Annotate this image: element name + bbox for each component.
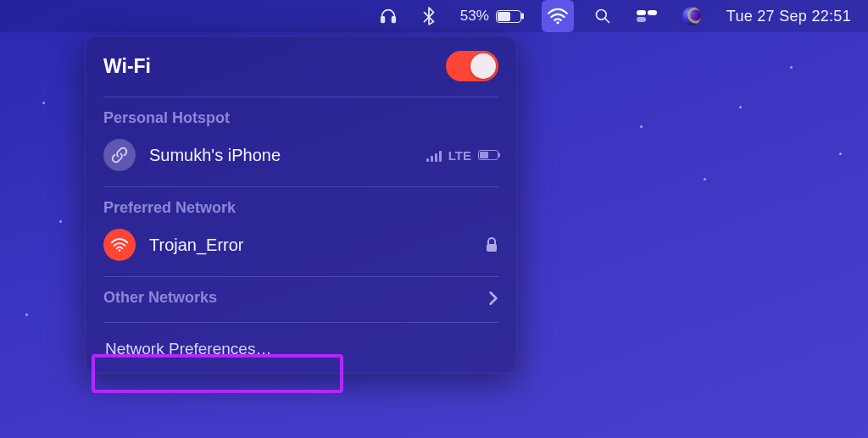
decorative-star <box>42 102 45 104</box>
spotlight-menu[interactable] <box>589 0 616 32</box>
decorative-star <box>25 313 28 316</box>
other-networks-label: Other Networks <box>103 289 217 307</box>
svg-point-2 <box>556 21 559 24</box>
search-icon <box>594 8 611 25</box>
svg-point-5 <box>119 249 120 251</box>
clock-label: Tue 27 Sep 22:51 <box>726 8 851 25</box>
chevron-wrapper <box>488 291 498 306</box>
bluetooth-menu[interactable] <box>418 0 440 32</box>
preferred-ssid: Trojan_Error <box>149 236 471 255</box>
personal-hotspot-heading: Personal Hotspot <box>103 106 498 134</box>
lock-wrapper <box>485 237 498 252</box>
wifi-icon <box>110 237 129 252</box>
divider <box>103 322 498 323</box>
network-type-label: LTE <box>448 148 471 163</box>
wifi-dropdown-panel: Wi-Fi Personal Hotspot Sumukh's iPhone L… <box>85 36 517 374</box>
svg-rect-6 <box>487 244 497 252</box>
siri-icon <box>682 7 701 25</box>
toggle-knob <box>470 53 496 79</box>
menubar: 53% Tue 27 Sep 22:51 <box>0 0 868 32</box>
wifi-toggle[interactable] <box>446 51 498 81</box>
control-center-menu[interactable] <box>632 0 662 32</box>
hotspot-circle <box>103 139 136 171</box>
decorative-star <box>790 66 793 69</box>
battery-menu[interactable]: 53% <box>455 0 526 32</box>
siri-menu[interactable] <box>677 0 706 32</box>
divider <box>103 186 498 187</box>
battery-icon <box>496 10 521 23</box>
hotspot-device-name: Sumukh's iPhone <box>149 146 413 165</box>
bluetooth-icon <box>423 7 435 25</box>
decorative-star <box>839 152 842 155</box>
preferred-network-row[interactable]: Trojan_Error <box>103 224 498 268</box>
battery-percent-label: 53% <box>460 8 489 25</box>
network-preferences-row[interactable]: Network Preferences… <box>103 331 498 363</box>
network-preferences-label: Network Preferences… <box>105 340 271 358</box>
divider <box>103 276 498 277</box>
link-icon <box>111 147 128 164</box>
chevron-right-icon <box>488 291 498 306</box>
control-center-icon <box>637 10 657 22</box>
headphones-menu[interactable] <box>374 0 403 32</box>
preferred-network-heading: Preferred Network <box>103 196 498 224</box>
other-networks-row[interactable]: Other Networks <box>103 286 498 313</box>
divider <box>103 97 498 97</box>
wifi-icon <box>547 8 569 25</box>
wifi-header: Wi-Fi <box>103 47 498 88</box>
hotspot-battery-icon <box>478 150 498 160</box>
wifi-title: Wi-Fi <box>103 55 151 78</box>
clock-menu[interactable]: Tue 27 Sep 22:51 <box>721 0 856 32</box>
signal-bars-icon <box>426 149 442 162</box>
wifi-menu[interactable] <box>542 0 574 32</box>
decorative-star <box>704 178 706 180</box>
decorative-star <box>59 220 62 223</box>
decorative-star <box>739 106 742 108</box>
lock-icon <box>485 237 498 252</box>
preferred-wifi-circle <box>103 229 136 261</box>
svg-line-4 <box>604 19 609 23</box>
hotspot-meta: LTE <box>426 148 498 163</box>
decorative-star <box>640 125 643 128</box>
svg-rect-1 <box>392 17 395 22</box>
svg-rect-0 <box>381 17 384 22</box>
headphones-icon <box>379 7 398 25</box>
hotspot-device-row[interactable]: Sumukh's iPhone LTE <box>103 134 498 178</box>
